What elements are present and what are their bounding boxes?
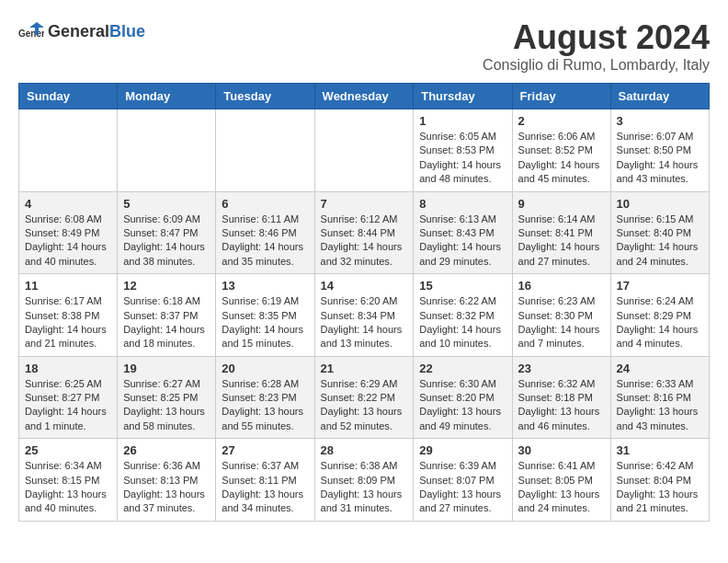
day-info: Sunrise: 6:17 AM Sunset: 8:38 PM Dayligh… [25,294,111,351]
day-number: 2 [518,114,605,128]
day-cell: 19Sunrise: 6:27 AM Sunset: 8:25 PM Dayli… [118,356,216,439]
day-info: Sunrise: 6:25 AM Sunset: 8:27 PM Dayligh… [25,377,111,434]
day-number: 24 [617,362,703,375]
day-cell: 15Sunrise: 6:22 AM Sunset: 8:32 PM Dayli… [414,274,512,357]
day-cell: 24Sunrise: 6:33 AM Sunset: 8:16 PM Dayli… [610,356,709,439]
day-cell: 1Sunrise: 6:05 AM Sunset: 8:53 PM Daylig… [414,109,512,192]
day-info: Sunrise: 6:14 AM Sunset: 8:41 PM Dayligh… [518,213,605,270]
day-cell: 16Sunrise: 6:23 AM Sunset: 8:30 PM Dayli… [512,274,610,357]
day-cell: 8Sunrise: 6:13 AM Sunset: 8:43 PM Daylig… [414,191,512,274]
day-number: 26 [123,443,210,457]
day-cell: 11Sunrise: 6:17 AM Sunset: 8:38 PM Dayli… [19,274,118,357]
day-number: 9 [518,197,605,211]
day-cell: 23Sunrise: 6:32 AM Sunset: 8:18 PM Dayli… [512,356,610,439]
day-cell: 4Sunrise: 6:08 AM Sunset: 8:49 PM Daylig… [19,191,118,274]
day-number: 30 [518,443,605,457]
logo: General GeneralBlue [18,18,145,44]
day-number: 12 [123,279,210,293]
day-cell: 26Sunrise: 6:36 AM Sunset: 8:13 PM Dayli… [118,439,216,522]
day-number: 3 [617,114,703,128]
day-cell: 18Sunrise: 6:25 AM Sunset: 8:27 PM Dayli… [19,356,118,439]
day-cell: 13Sunrise: 6:19 AM Sunset: 8:35 PM Dayli… [216,274,314,357]
day-number: 27 [222,443,308,457]
day-cell: 27Sunrise: 6:37 AM Sunset: 8:11 PM Dayli… [216,439,314,522]
day-info: Sunrise: 6:09 AM Sunset: 8:47 PM Dayligh… [123,213,210,270]
week-row-3: 11Sunrise: 6:17 AM Sunset: 8:38 PM Dayli… [19,274,710,357]
day-cell: 12Sunrise: 6:18 AM Sunset: 8:37 PM Dayli… [118,274,216,357]
calendar: SundayMondayTuesdayWednesdayThursdayFrid… [18,83,710,522]
day-info: Sunrise: 6:15 AM Sunset: 8:40 PM Dayligh… [617,213,703,270]
location-title: Consiglio di Rumo, Lombardy, Italy [483,57,710,74]
day-number: 4 [25,197,111,211]
week-row-5: 25Sunrise: 6:34 AM Sunset: 8:15 PM Dayli… [19,439,710,522]
day-info: Sunrise: 6:07 AM Sunset: 8:50 PM Dayligh… [617,130,703,187]
title-area: August 2024 Consiglio di Rumo, Lombardy,… [483,18,710,74]
day-number: 1 [419,114,506,128]
day-cell: 28Sunrise: 6:38 AM Sunset: 8:09 PM Dayli… [314,439,414,522]
day-number: 18 [25,362,111,375]
weekday-saturday: Saturday [610,84,709,109]
logo-blue: Blue [109,22,145,40]
day-cell: 2Sunrise: 6:06 AM Sunset: 8:52 PM Daylig… [512,109,610,192]
day-cell: 21Sunrise: 6:29 AM Sunset: 8:22 PM Dayli… [314,356,414,439]
weekday-friday: Friday [512,84,610,109]
day-cell [216,109,314,192]
day-number: 29 [419,443,506,457]
day-info: Sunrise: 6:27 AM Sunset: 8:25 PM Dayligh… [123,377,210,434]
day-cell: 3Sunrise: 6:07 AM Sunset: 8:50 PM Daylig… [610,109,709,192]
day-cell: 9Sunrise: 6:14 AM Sunset: 8:41 PM Daylig… [512,191,610,274]
day-info: Sunrise: 6:42 AM Sunset: 8:04 PM Dayligh… [617,459,703,516]
logo-icon: General [18,18,44,44]
day-info: Sunrise: 6:29 AM Sunset: 8:22 PM Dayligh… [321,377,408,434]
day-info: Sunrise: 6:06 AM Sunset: 8:52 PM Dayligh… [518,130,605,187]
day-info: Sunrise: 6:33 AM Sunset: 8:16 PM Dayligh… [617,377,703,434]
day-cell: 30Sunrise: 6:41 AM Sunset: 8:05 PM Dayli… [512,439,610,522]
day-info: Sunrise: 6:05 AM Sunset: 8:53 PM Dayligh… [419,130,506,187]
day-cell: 10Sunrise: 6:15 AM Sunset: 8:40 PM Dayli… [610,191,709,274]
day-info: Sunrise: 6:23 AM Sunset: 8:30 PM Dayligh… [518,294,605,351]
day-number: 6 [222,197,308,211]
day-number: 15 [419,279,506,293]
logo-general: General [48,22,109,40]
day-cell [19,109,118,192]
day-info: Sunrise: 6:18 AM Sunset: 8:37 PM Dayligh… [123,294,210,351]
day-number: 14 [321,279,408,293]
day-number: 10 [617,197,703,211]
day-cell: 31Sunrise: 6:42 AM Sunset: 8:04 PM Dayli… [610,439,709,522]
day-cell: 22Sunrise: 6:30 AM Sunset: 8:20 PM Dayli… [414,356,512,439]
day-number: 28 [321,443,408,457]
day-info: Sunrise: 6:34 AM Sunset: 8:15 PM Dayligh… [25,459,111,516]
day-cell: 20Sunrise: 6:28 AM Sunset: 8:23 PM Dayli… [216,356,314,439]
day-number: 13 [222,279,308,293]
day-cell: 6Sunrise: 6:11 AM Sunset: 8:46 PM Daylig… [216,191,314,274]
day-cell: 5Sunrise: 6:09 AM Sunset: 8:47 PM Daylig… [118,191,216,274]
day-number: 25 [25,443,111,457]
day-number: 17 [617,279,703,293]
weekday-wednesday: Wednesday [314,84,414,109]
weekday-thursday: Thursday [414,84,512,109]
day-info: Sunrise: 6:37 AM Sunset: 8:11 PM Dayligh… [222,459,308,516]
day-number: 31 [617,443,703,457]
day-cell: 29Sunrise: 6:39 AM Sunset: 8:07 PM Dayli… [414,439,512,522]
weekday-header-row: SundayMondayTuesdayWednesdayThursdayFrid… [19,84,710,109]
day-info: Sunrise: 6:39 AM Sunset: 8:07 PM Dayligh… [419,459,506,516]
day-number: 20 [222,362,308,375]
svg-text:General: General [18,29,44,39]
day-cell: 7Sunrise: 6:12 AM Sunset: 8:44 PM Daylig… [314,191,414,274]
day-info: Sunrise: 6:24 AM Sunset: 8:29 PM Dayligh… [617,294,703,351]
header: General GeneralBlue August 2024 Consigli… [18,18,710,74]
day-number: 19 [123,362,210,375]
day-number: 8 [419,197,506,211]
day-info: Sunrise: 6:19 AM Sunset: 8:35 PM Dayligh… [222,294,308,351]
day-info: Sunrise: 6:30 AM Sunset: 8:20 PM Dayligh… [419,377,506,434]
calendar-body: 1Sunrise: 6:05 AM Sunset: 8:53 PM Daylig… [19,109,710,522]
day-number: 5 [123,197,210,211]
day-number: 22 [419,362,506,375]
day-cell: 17Sunrise: 6:24 AM Sunset: 8:29 PM Dayli… [610,274,709,357]
day-info: Sunrise: 6:32 AM Sunset: 8:18 PM Dayligh… [518,377,605,434]
day-info: Sunrise: 6:11 AM Sunset: 8:46 PM Dayligh… [222,213,308,270]
week-row-4: 18Sunrise: 6:25 AM Sunset: 8:27 PM Dayli… [19,356,710,439]
day-number: 11 [25,279,111,293]
weekday-tuesday: Tuesday [216,84,314,109]
day-cell: 25Sunrise: 6:34 AM Sunset: 8:15 PM Dayli… [19,439,118,522]
